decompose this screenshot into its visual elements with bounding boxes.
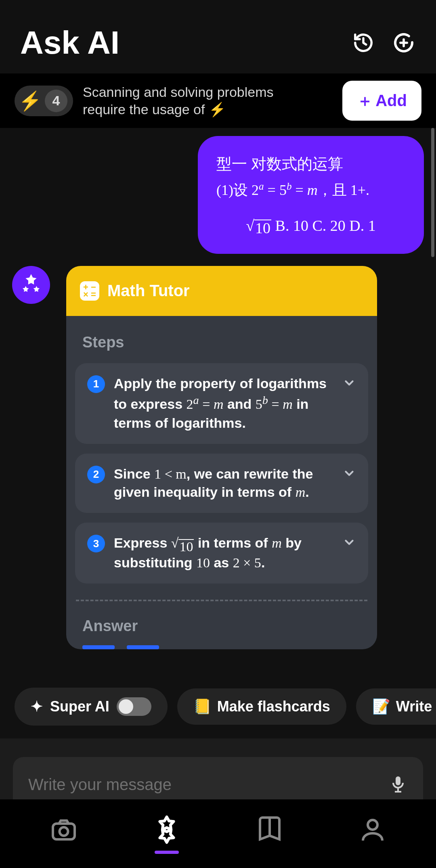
memo-icon: 📝: [372, 698, 390, 715]
plus-icon: ＋: [357, 90, 373, 112]
step-number: 3: [87, 535, 105, 552]
chevron-down-icon[interactable]: [342, 466, 356, 482]
credits-bar: ⚡ 4 Scanning and solving problems requir…: [0, 73, 436, 128]
svg-rect-3: [395, 791, 401, 793]
tutor-icon: + −× =: [80, 281, 99, 301]
svg-point-5: [59, 827, 68, 836]
assistant-avatar: [12, 266, 50, 304]
steps-label: Steps: [66, 316, 377, 363]
step-item[interactable]: 1 Apply the property of logarithms to ex…: [75, 363, 368, 444]
step-text: Since 1 < m, we can rewrite the given in…: [114, 465, 333, 502]
credits-text: Scanning and solving problems require th…: [83, 84, 333, 118]
assistant-message: + −× = Math Tutor Steps 1 Apply the prop…: [12, 266, 424, 650]
step-item[interactable]: 3 Express √10 in terms of m by substitut…: [75, 523, 368, 584]
add-label: Add: [375, 92, 407, 110]
user-message: 型一 对数式的运算 (1)设 2a = 5b = m，且 1+. √10 B. …: [198, 136, 424, 254]
nav-library[interactable]: [253, 813, 287, 847]
suggestion-chips: ✦ Super AI 📒 Make flashcards 📝 Write an …: [0, 688, 436, 726]
svg-point-7: [368, 820, 377, 830]
super-ai-toggle[interactable]: [117, 697, 151, 716]
step-item[interactable]: 2 Since 1 < m, we can rewrite the given …: [75, 454, 368, 513]
history-icon[interactable]: [351, 31, 375, 55]
chevron-down-icon[interactable]: [342, 535, 356, 551]
credits-pill[interactable]: ⚡ 4: [15, 86, 73, 116]
nav-assistant[interactable]: [150, 813, 184, 847]
svg-rect-4: [53, 824, 75, 839]
message-placeholder: Write your message: [28, 776, 172, 794]
flashcards-chip[interactable]: 📒 Make flashcards: [177, 688, 346, 725]
step-text: Apply the property of logarithms to expr…: [114, 374, 333, 433]
step-number: 1: [87, 375, 105, 393]
nav-active-indicator: [155, 851, 179, 854]
math-tutor-card: + −× = Math Tutor Steps 1 Apply the prop…: [66, 266, 377, 650]
nav-camera[interactable]: [47, 813, 81, 847]
sparkle-icon: ✦: [31, 698, 43, 715]
add-credits-button[interactable]: ＋Add: [342, 81, 421, 121]
credits-count: 4: [45, 90, 67, 112]
scrollbar[interactable]: [431, 128, 434, 257]
step-text: Express √10 in terms of m by substitutin…: [114, 534, 333, 572]
answer-label: Answer: [66, 601, 377, 641]
page-title: Ask AI: [20, 24, 119, 61]
chevron-down-icon[interactable]: [342, 376, 356, 391]
chip-label: Super AI: [50, 698, 109, 715]
notebook-icon: 📒: [193, 698, 212, 715]
chat-scroll[interactable]: 型一 对数式的运算 (1)设 2a = 5b = m，且 1+. √10 B. …: [0, 128, 436, 649]
chip-label: Make flashcards: [217, 698, 330, 715]
tutor-title: Math Tutor: [107, 282, 190, 300]
answer-loading: [82, 645, 171, 649]
bolt-icon: ⚡: [19, 90, 42, 112]
steps-list: 1 Apply the property of logarithms to ex…: [66, 363, 377, 584]
mic-icon[interactable]: [388, 774, 408, 795]
super-ai-toggle-chip[interactable]: ✦ Super AI: [15, 688, 168, 726]
header-actions: [351, 31, 416, 55]
nav-profile[interactable]: [356, 813, 390, 847]
chip-label: Write an essay: [396, 698, 436, 715]
tutor-header: + −× = Math Tutor: [66, 266, 377, 316]
new-chat-icon[interactable]: [392, 31, 416, 55]
svg-rect-2: [397, 789, 399, 791]
app-header: Ask AI: [0, 0, 436, 73]
write-essay-chip[interactable]: 📝 Write an essay: [356, 688, 436, 725]
step-number: 2: [87, 466, 105, 483]
bottom-nav: [0, 799, 436, 868]
